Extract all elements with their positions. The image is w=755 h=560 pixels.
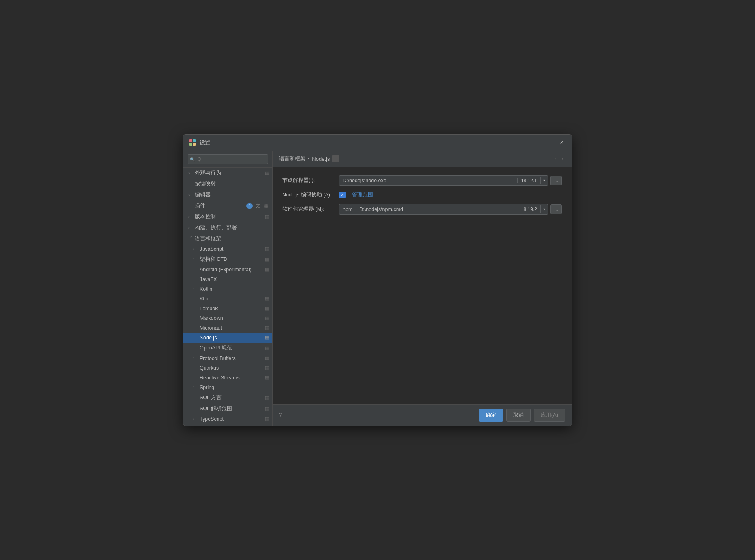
node-assist-checkbox[interactable]: ✓	[339, 192, 346, 198]
sidebar-item-lombok[interactable]: Lombok ▦	[183, 304, 272, 313]
breadcrumb-parent: 语言和框架	[279, 155, 305, 162]
grid-icon: ▦	[265, 296, 269, 301]
search-input[interactable]	[188, 154, 268, 164]
sidebar-item-typescript[interactable]: › TypeScript ▦	[183, 414, 272, 424]
sidebar-item-label: 构建、执行、部署	[195, 224, 237, 231]
sidebar-item-label: SQL 方言	[200, 394, 222, 401]
chevron-right-icon: ›	[193, 356, 198, 360]
sidebar-item-label: Lombok	[200, 306, 218, 311]
spacer-icon	[193, 277, 198, 281]
sidebar-item-micronaut[interactable]: Micronaut ▦	[183, 323, 272, 333]
grid-icon: ▦	[265, 365, 269, 370]
node-interpreter-browse-button[interactable]: ...	[550, 176, 562, 185]
sidebar-item-nodejs[interactable]: Node.js ▦	[183, 333, 272, 343]
grid-icon: ▦	[265, 325, 269, 330]
sidebar-items: › 外观与行为 ▦ 按键映射 › 编辑器 插件	[183, 168, 272, 426]
grid-icon: ▦	[265, 214, 269, 219]
grid-icon: ▦	[265, 416, 269, 422]
search-box	[183, 151, 272, 168]
grid-icon: ▦	[265, 345, 269, 351]
spacer-icon	[193, 407, 198, 411]
spacer-icon	[193, 346, 198, 350]
sidebar-item-appearance[interactable]: › 外观与行为 ▦	[183, 168, 272, 179]
breadcrumb: 语言和框架 › Node.js ☰	[279, 155, 339, 162]
ok-button[interactable]: 确定	[479, 409, 503, 422]
pkg-manager-label: 软件包管理器 (M):	[282, 206, 339, 213]
translate-icon: 文	[254, 202, 261, 209]
spacer-icon	[193, 296, 198, 301]
spacer-icon	[193, 366, 198, 370]
pkg-manager-path-input[interactable]	[356, 204, 520, 214]
node-interpreter-row: 节点解释器(I): 18.12.1 ▾ ...	[282, 175, 562, 186]
sidebar-item-kotlin[interactable]: › Kotlin	[183, 284, 272, 294]
sidebar-item-spring[interactable]: › Spring	[183, 383, 272, 392]
sidebar-item-label: Micronaut	[200, 325, 222, 331]
sidebar-item-openapi[interactable]: OpenAPI 规范 ▦	[183, 343, 272, 353]
sidebar-item-vcs[interactable]: › 版本控制 ▦	[183, 211, 272, 222]
pkg-manager-row: 软件包管理器 (M): npm 8.19.2 ▾ ...	[282, 204, 562, 215]
sidebar-item-javascript[interactable]: › JavaScript ▦	[183, 244, 272, 254]
app-icon	[188, 138, 196, 147]
search-wrap	[188, 154, 268, 164]
grid-icon: ▦	[265, 170, 269, 176]
sidebar-item-label: Node.js	[200, 335, 217, 341]
sidebar-item-label: 按键映射	[195, 181, 216, 187]
main-content: 语言和框架 › Node.js ☰ ‹ › 节点解释器(I):	[273, 151, 572, 426]
sidebar-item-label: OpenAPI 规范	[200, 345, 232, 351]
spacer-icon	[193, 326, 198, 330]
sidebar-item-label: Reactive Streams	[200, 375, 240, 381]
grid-icon: ▦	[265, 395, 269, 400]
sidebar-item-schema[interactable]: › 架构和 DTD ▦	[183, 254, 272, 265]
sidebar-item-label: TypeScript	[200, 416, 224, 422]
dialog-body: › 外观与行为 ▦ 按键映射 › 编辑器 插件	[183, 151, 572, 426]
sidebar-item-lang[interactable]: › 语言和框架	[183, 233, 272, 244]
breadcrumb-current: Node.js	[312, 156, 330, 162]
node-interpreter-input[interactable]	[339, 176, 517, 185]
node-assist-link[interactable]: 管理范围...	[352, 192, 377, 198]
sidebar-item-quarkus[interactable]: Quarkus ▦	[183, 363, 272, 373]
sidebar-item-label: Protocol Buffers	[200, 356, 236, 361]
chevron-right-icon: ›	[193, 287, 198, 291]
apply-button[interactable]: 应用(A)	[534, 409, 565, 422]
sidebar-item-javafx[interactable]: JavaFX	[183, 275, 272, 284]
pkg-manager-dropdown[interactable]: ▾	[540, 205, 548, 213]
spacer-icon	[193, 267, 198, 272]
help-button[interactable]: ?	[279, 412, 282, 418]
plugins-badge: 1	[246, 203, 253, 209]
node-version-label: 18.12.1	[517, 178, 540, 183]
sidebar-item-sql[interactable]: SQL 方言 ▦	[183, 392, 272, 403]
sidebar-item-label: 编辑器	[195, 192, 211, 198]
nav-forward-button[interactable]: ›	[560, 155, 565, 162]
breadcrumb-menu-button[interactable]: ☰	[332, 155, 339, 162]
sidebar-item-label: 插件	[195, 202, 205, 209]
grid-icon: ▦	[265, 406, 269, 411]
content-area: 节点解释器(I): 18.12.1 ▾ ... Node.js 编码协助 (A)…	[273, 167, 572, 404]
sidebar-item-keymap[interactable]: 按键映射	[183, 179, 272, 190]
cancel-button[interactable]: 取消	[506, 409, 531, 422]
nav-back-button[interactable]: ‹	[552, 155, 558, 162]
chevron-right-icon: ›	[193, 385, 198, 390]
sidebar-item-label: Ktor	[200, 296, 209, 302]
grid-icon: ▦	[265, 306, 269, 311]
sidebar-item-ktor[interactable]: Ktor ▦	[183, 294, 272, 304]
dialog-footer: ? 确定 取消 应用(A)	[273, 404, 572, 426]
close-button[interactable]: ×	[557, 138, 567, 147]
sidebar-item-label: SQL 解析范围	[200, 405, 232, 412]
content-header: 语言和框架 › Node.js ☰ ‹ ›	[273, 151, 572, 167]
node-assist-control: ✓ 管理范围...	[339, 192, 562, 198]
sidebar-item-label: Android (Experimental)	[200, 267, 252, 273]
sidebar-item-android[interactable]: Android (Experimental) ▦	[183, 265, 272, 275]
sidebar-item-markdown[interactable]: Markdown ▦	[183, 313, 272, 323]
sidebar-item-label: 语言和框架	[195, 235, 221, 242]
sidebar-item-reactive[interactable]: Reactive Streams ▦	[183, 373, 272, 383]
sidebar-item-protobuf[interactable]: › Protocol Buffers ▦	[183, 353, 272, 363]
pkg-manager-input-group: npm 8.19.2 ▾	[339, 204, 548, 215]
sidebar-item-build[interactable]: › 构建、执行、部署	[183, 222, 272, 233]
sidebar-item-sqlparse[interactable]: SQL 解析范围 ▦	[183, 403, 272, 414]
sidebar-item-plugins[interactable]: 插件 1 文 ▦	[183, 200, 272, 211]
sidebar-item-editor[interactable]: › 编辑器	[183, 190, 272, 200]
pkg-manager-browse-button[interactable]: ...	[550, 204, 562, 214]
title-bar: 设置 ×	[183, 135, 572, 151]
breadcrumb-sep: ›	[308, 156, 309, 162]
node-interpreter-dropdown[interactable]: ▾	[540, 177, 548, 184]
